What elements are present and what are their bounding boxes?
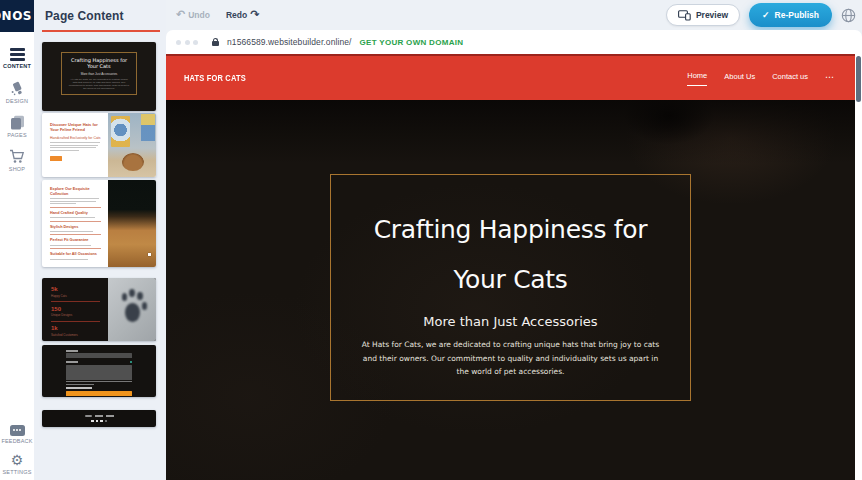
preview-row: HATS FOR CATS Home About Us Contact us ⋯… <box>166 54 862 480</box>
form-textarea-placeholder <box>66 365 132 380</box>
thumb-hero-title: Your Cats <box>87 63 110 70</box>
section-thumbnail-footer[interactable] <box>42 410 156 427</box>
republish-label: Re-Publish <box>775 10 819 20</box>
form-label-row <box>66 361 132 363</box>
thumb-photo-cat-street <box>108 113 156 177</box>
website-builder-app: IONOS CONTENT DESIGN PAGES SHOP <box>0 0 862 480</box>
form-input-placeholder <box>66 353 132 358</box>
text-placeholder-bar <box>50 259 88 260</box>
content-icon <box>10 48 25 61</box>
preview-scrollbar-thumb[interactable] <box>856 56 861 102</box>
thumb-hero-box: Crafting Happiness for Your Cats More th… <box>61 52 136 95</box>
thumb-heading: Hand Crafted Quality <box>50 211 101 216</box>
section-thumbnail-contact-form[interactable] <box>42 345 156 397</box>
hero-body-text[interactable]: At Hats for Cats, we are dedicated to cr… <box>360 338 662 379</box>
hero-title-line2: Your Cats <box>453 265 567 294</box>
paw-shape <box>142 302 148 310</box>
divider <box>50 207 101 208</box>
poster-decoration <box>141 114 154 141</box>
text-placeholder-bar <box>50 231 93 232</box>
hero-content-box[interactable]: Crafting Happiness forYour Cats More tha… <box>330 174 691 401</box>
divider <box>51 301 100 302</box>
devices-icon <box>678 10 691 21</box>
redo-icon: ↷ <box>250 10 259 20</box>
paw-shape <box>129 289 135 297</box>
get-domain-link[interactable]: GET YOUR OWN DOMAIN <box>360 38 464 47</box>
stat-value: 150 <box>51 306 100 312</box>
sidebar-item-design[interactable]: DESIGN <box>0 78 34 106</box>
text-placeholder-bar <box>50 245 91 246</box>
divider <box>50 221 101 222</box>
sidebar-item-label: CONTENT <box>3 63 31 69</box>
text-placeholder-bar <box>50 145 98 146</box>
page-section-thumbnails: Crafting Happiness for Your Cats More th… <box>34 32 166 427</box>
editor-toolbar: ↶ Undo Redo ↷ Preview ✓ Re-Publish <box>166 0 862 30</box>
thumb-heading: Discover Unique Hats for Your Feline Fri… <box>50 122 98 132</box>
nav-item-home[interactable]: Home <box>687 71 707 86</box>
text-placeholder-bar <box>50 142 100 143</box>
page-content-panel: Page Content Crafting Happiness for Your… <box>34 0 166 480</box>
nav-more-icon[interactable]: ⋯ <box>825 72 835 86</box>
paw-shape <box>137 292 143 300</box>
window-dots <box>176 40 198 45</box>
sidebar-item-label: PAGES <box>7 132 27 138</box>
mouse-cursor <box>148 253 151 256</box>
thumb-subheading: Handcrafted Exclusively for Cats <box>50 136 102 140</box>
globe-icon[interactable] <box>841 8 856 23</box>
sidebar-item-shop[interactable]: SHOP <box>0 146 34 174</box>
undo-button[interactable]: ↶ Undo <box>176 10 210 20</box>
redo-button[interactable]: Redo ↷ <box>226 10 259 20</box>
sidebar-item-settings[interactable]: ⚙ SETTINGS <box>0 450 34 478</box>
hero-subtitle[interactable]: More than Just Accessories <box>331 314 690 329</box>
text-placeholder-bar <box>50 198 99 199</box>
preview-scrollbar-track[interactable] <box>855 54 862 480</box>
nav-item-about[interactable]: About Us <box>724 72 755 86</box>
thumb-text-column: Explore Our Exquisite Collection Hand Cr… <box>42 180 108 267</box>
browser-chrome-bar: n1566589.websitebuilder.online/ GET YOUR… <box>166 30 862 54</box>
fine-print-bar <box>66 384 94 385</box>
hero-title-line1: Crafting Happiness for <box>374 215 648 244</box>
text-placeholder-bar <box>50 203 76 204</box>
section-thumbnail-hero[interactable]: Crafting Happiness for Your Cats More th… <box>42 42 156 111</box>
stat-label: Unique Designs <box>51 313 100 317</box>
republish-button[interactable]: ✓ Re-Publish <box>749 3 832 27</box>
preview-button[interactable]: Preview <box>666 4 740 26</box>
fine-print-bar <box>66 381 132 382</box>
sidebar-item-feedback[interactable]: FEEDBACK <box>0 420 34 448</box>
footer-links-row <box>85 415 114 418</box>
lock-icon <box>212 41 219 46</box>
stat-label: Happy Cats <box>51 294 100 298</box>
hero-title[interactable]: Crafting Happiness forYour Cats <box>331 205 690 305</box>
editor-main: ↶ Undo Redo ↷ Preview ✓ Re-Publish <box>166 0 862 480</box>
site-logo[interactable]: HATS FOR CATS <box>184 73 246 83</box>
divider <box>50 234 101 235</box>
site-url: n1566589.websitebuilder.online/ <box>227 37 352 47</box>
form-label-bar <box>66 350 78 352</box>
section-thumbnail-discover[interactable]: Discover Unique Hats for Your Feline Fri… <box>42 113 156 177</box>
sidebar-item-pages[interactable]: PAGES <box>0 112 34 140</box>
redo-label: Redo <box>226 10 247 20</box>
footer-link-bar <box>106 415 114 417</box>
thumb-orange-button <box>50 156 62 161</box>
form-label-bar <box>66 361 78 363</box>
toolbar-right-group: Preview ✓ Re-Publish <box>666 3 856 27</box>
paw-shape <box>125 303 139 322</box>
stat-label: Satisfied Customers <box>51 333 100 337</box>
undo-label: Undo <box>188 10 210 20</box>
thumb-heading: Suitable for All Occasions <box>50 252 101 257</box>
sidebar-item-content[interactable]: CONTENT <box>0 44 34 72</box>
section-thumbnail-stats[interactable]: 5k Happy Cats 150 Unique Designs 1k Sati… <box>42 278 156 341</box>
undo-icon: ↶ <box>176 10 185 20</box>
ionos-logo[interactable]: IONOS <box>0 0 34 32</box>
text-placeholder-bar <box>50 217 95 218</box>
preview-label: Preview <box>696 10 728 20</box>
nav-item-contact[interactable]: Contact us <box>772 72 808 86</box>
thumb-text-column: Discover Unique Hats for Your Feline Fri… <box>42 113 108 177</box>
hero-section: Crafting Happiness forYour Cats More tha… <box>166 100 855 480</box>
cat-shape <box>122 153 144 171</box>
pages-icon <box>10 115 25 130</box>
divider <box>50 248 101 249</box>
footer-link-bar <box>95 415 103 417</box>
shopping-cart-icon <box>9 149 25 164</box>
section-thumbnail-collection[interactable]: Explore Our Exquisite Collection Hand Cr… <box>42 180 156 267</box>
